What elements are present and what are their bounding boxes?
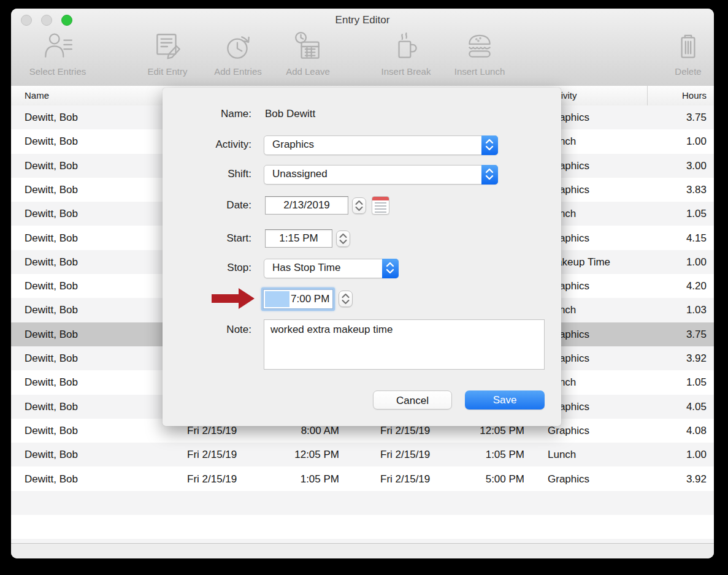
cell-start_time: 12:05 PM [247, 443, 339, 466]
stop-mode-dropdown[interactable]: Has Stop Time [264, 259, 399, 278]
shift-dropdown[interactable]: Unassigned [264, 165, 498, 185]
cancel-button[interactable]: Cancel [373, 390, 452, 409]
stop-time-field[interactable]: 7:00 PM [263, 289, 333, 309]
edit-document-icon [152, 31, 183, 65]
cell-name: Dewitt, Bob [25, 154, 78, 178]
column-header-name[interactable]: Name [25, 86, 49, 105]
cell-name: Dewitt, Bob [25, 419, 78, 443]
clock-calendar-icon [293, 31, 323, 65]
name-value: Bob Dewitt [265, 105, 315, 123]
cell-name: Dewitt, Bob [25, 129, 78, 153]
activity-label: Activity: [175, 135, 251, 154]
date-label: Date: [175, 196, 251, 215]
cell-hours: 4.20 [637, 274, 707, 298]
cell-stop_date: Fri 2/15/19 [380, 467, 430, 491]
start-label: Start: [175, 229, 251, 248]
stop-time-value: 7:00 PM [291, 290, 329, 308]
people-icon [42, 31, 73, 65]
clock-plus-icon [223, 31, 253, 65]
cell-hours: 1.03 [637, 298, 707, 322]
cell-hours: 3.83 [637, 178, 707, 202]
cell-hours: 4.15 [637, 226, 707, 250]
cell-name: Dewitt, Bob [25, 202, 78, 226]
cell-hours: 3.75 [637, 322, 707, 346]
horizontal-scrollbar-track[interactable] [11, 543, 714, 558]
toolbar-insert-break-button[interactable]: Insert Break [370, 31, 442, 77]
save-button[interactable]: Save [465, 390, 545, 409]
cell-hours: 1.05 [637, 370, 707, 394]
shift-dropdown-value: Unassigned [272, 166, 328, 183]
coffee-mug-icon [391, 31, 421, 65]
toolbar-label: Add Entries [214, 66, 262, 77]
shift-label: Shift: [175, 165, 251, 183]
cell-stop_date: Fri 2/15/19 [380, 443, 430, 466]
calendar-picker-button[interactable] [372, 196, 389, 215]
toolbar-select-entries-button[interactable]: Select Entries [18, 31, 97, 77]
annotation-arrow-icon [212, 287, 255, 313]
column-divider [647, 86, 648, 105]
cell-name: Dewitt, Bob [25, 226, 78, 250]
toolbar-label: Insert Break [381, 66, 431, 77]
cell-hours: 1.00 [637, 250, 707, 274]
cell-name: Dewitt, Bob [25, 467, 78, 491]
name-label: Name: [175, 105, 251, 123]
chevron-up-down-icon [481, 135, 498, 155]
cell-name: Dewitt, Bob [25, 250, 78, 274]
cell-start_date: Fri 2/15/19 [187, 443, 237, 466]
activity-dropdown[interactable]: Graphics [264, 135, 498, 155]
cell-name: Dewitt, Bob [25, 443, 78, 466]
cell-start_time: 1:05 PM [247, 467, 339, 491]
entry-editor-dialog: Name: Bob Dewitt Activity: Graphics Shif… [163, 88, 561, 426]
note-textarea[interactable]: worked extra makeup time [264, 319, 545, 370]
cell-hours: 1.00 [637, 129, 707, 153]
cell-name: Dewitt, Bob [25, 322, 78, 346]
start-time-stepper[interactable] [336, 230, 350, 247]
stop-label: Stop: [175, 259, 251, 277]
cell-stop_time: 5:00 PM [434, 467, 524, 491]
stop-time-stepper[interactable] [339, 291, 353, 307]
note-label: Note: [175, 321, 251, 339]
table-row[interactable]: Dewitt, BobFri 2/15/191:05 PMFri 2/15/19… [11, 467, 714, 491]
toolbar-label: Edit Entry [147, 66, 187, 77]
date-stepper[interactable] [352, 197, 366, 214]
cell-name: Dewitt, Bob [25, 298, 78, 322]
toolbar-label: Delete [675, 66, 701, 77]
toolbar-edit-entry-button[interactable]: Edit Entry [135, 31, 200, 77]
cell-name: Dewitt, Bob [25, 178, 78, 202]
toolbar-label: Add Leave [286, 66, 330, 77]
cell-hours: 3.75 [637, 105, 707, 129]
cell-hours: 4.05 [637, 395, 707, 419]
cell-hours: 1.05 [637, 202, 707, 226]
chevron-up-down-icon [382, 259, 399, 278]
cell-activity: Lunch [548, 443, 576, 466]
stop-time-field-focus-ring: 7:00 PM [261, 288, 335, 311]
toolbar-insert-lunch-button[interactable]: Insert Lunch [442, 31, 517, 77]
trash-icon [673, 31, 703, 65]
toolbar-add-entries-button[interactable]: Add Entries [202, 31, 274, 77]
cell-stop_time: 1:05 PM [434, 443, 524, 466]
chevron-up-down-icon [481, 165, 498, 185]
start-time-field[interactable]: 1:15 PM [265, 229, 332, 248]
cell-name: Dewitt, Bob [25, 274, 78, 298]
cell-name: Dewitt, Bob [25, 105, 78, 129]
activity-dropdown-value: Graphics [272, 136, 314, 153]
cell-hours: 3.00 [637, 154, 707, 178]
app-window: Entry Editor Select Entries Edit Entry [11, 9, 714, 558]
hamburger-icon [464, 31, 495, 65]
stop-mode-value: Has Stop Time [272, 259, 341, 276]
toolbar-add-leave-button[interactable]: Add Leave [275, 31, 341, 77]
table-row[interactable]: Dewitt, BobFri 2/15/1912:05 PMFri 2/15/1… [11, 443, 714, 466]
cell-hours: 3.92 [637, 346, 707, 370]
text-selection-highlight [265, 291, 289, 307]
cell-name: Dewitt, Bob [25, 370, 78, 394]
cell-activity: Graphics [548, 467, 589, 491]
screenshot-root: { "window": { "title": "Entry Editor" },… [0, 0, 728, 575]
cell-hours: 4.08 [637, 419, 707, 443]
toolbar-delete-button[interactable]: Delete [665, 31, 711, 77]
cell-start_date: Fri 2/15/19 [187, 467, 237, 491]
calendar-icon [372, 197, 389, 200]
cell-hours: 1.00 [637, 443, 707, 466]
date-field[interactable]: 2/13/2019 [265, 196, 348, 215]
cell-name: Dewitt, Bob [25, 395, 78, 419]
cell-hours: 3.92 [637, 467, 707, 491]
